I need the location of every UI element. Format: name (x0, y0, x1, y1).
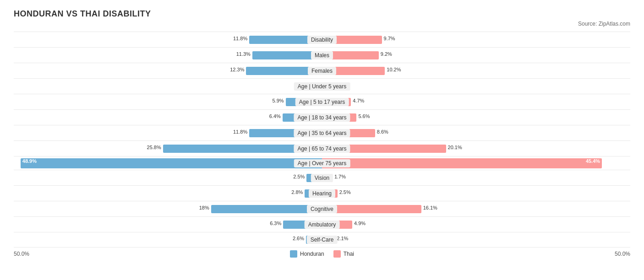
value-right: 10.2% (387, 67, 401, 72)
value-left: 25.8% (147, 145, 161, 150)
row-label: Age | 18 to 34 years (294, 113, 350, 122)
chart-row: 18% Cognitive 16.1% (14, 201, 630, 216)
chart-row: 12.3% Females 10.2% (14, 63, 630, 78)
chart-row: 11.8% Age | 35 to 64 years 8.6% (14, 125, 630, 140)
chart-row: 2.6% Self-Care 2.1% (14, 232, 630, 248)
chart-row: 5.9% Age | 5 to 17 years 4.7% (14, 94, 630, 109)
legend-color-blue (290, 250, 297, 258)
row-label: Cognitive (307, 205, 337, 213)
row-label: Age | 5 to 17 years (295, 98, 349, 106)
chart-row: 25.8% Age | 65 to 74 years 20.1% (14, 140, 630, 156)
chart-row: 48.9% Age | Over 75 years 45.4% (14, 156, 630, 170)
value-right: 2.5% (339, 189, 351, 195)
row-label: Age | Over 75 years (294, 159, 350, 167)
row-label: Females (308, 67, 336, 75)
value-left: 6.4% (269, 113, 281, 119)
value-right: 8.6% (377, 129, 388, 135)
value-right: 16.1% (423, 205, 437, 210)
value-left: 5.9% (273, 98, 284, 103)
legend-color-pink (333, 250, 341, 258)
legend-item-thai: Thai (333, 250, 354, 258)
value-left: 2.6% (293, 236, 304, 241)
chart-row: 11.8% Disability 9.7% (14, 32, 630, 47)
source-label: Source: ZipAtlas.com (14, 21, 630, 27)
value-right: 9.7% (384, 36, 395, 41)
value-left: 12.3% (230, 67, 244, 72)
legend-label: Thai (344, 251, 354, 257)
value-left: 6.3% (270, 221, 281, 226)
footer-right-value: 50.0% (607, 251, 630, 257)
row-label: Age | 65 to 74 years (294, 145, 350, 153)
row-label: Vision (311, 174, 333, 182)
value-left: 11.8% (233, 129, 247, 135)
value-right: 9.2% (381, 51, 392, 57)
row-label: Hearing (309, 189, 335, 198)
bar-right: 45.4% (322, 158, 602, 168)
legend-label: Honduran (300, 251, 324, 257)
value-left: 18% (199, 205, 209, 210)
value-right: 20.1% (448, 145, 462, 150)
chart-row: 6.4% Age | 18 to 34 years 5.6% (14, 109, 630, 125)
chart-row: 11.3% Males 9.2% (14, 47, 630, 63)
chart-container: 11.8% Disability 9.7% 11.3% Males 9.2% (14, 32, 630, 248)
legend-item-honduran: Honduran (290, 250, 324, 258)
chart-row: 6.3% Ambulatory 4.9% (14, 216, 630, 232)
legend: Honduran Thai (290, 250, 354, 258)
bar-left: 18% (211, 205, 322, 213)
value-left: 2.8% (291, 189, 303, 195)
row-label: Males (311, 51, 333, 59)
row-label: Age | 35 to 64 years (294, 129, 350, 137)
value-right: 1.7% (334, 174, 346, 179)
row-label: Ambulatory (305, 221, 340, 229)
value-left: 11.8% (233, 36, 247, 41)
bar-left: 48.9% (21, 158, 322, 168)
value-left: 2.5% (293, 174, 305, 179)
value-right: 45.4% (586, 158, 600, 164)
value-right: 4.9% (354, 221, 366, 226)
row-label: Self-Care (307, 236, 338, 244)
chart-row: 1.2% Age | Under 5 years 1.1% (14, 78, 630, 94)
chart-row: 2.8% Hearing 2.5% (14, 185, 630, 201)
chart-row: 2.5% Vision 1.7% (14, 170, 630, 185)
row-label: Disability (307, 36, 337, 44)
chart-title: HONDURAN VS THAI DISABILITY (14, 9, 630, 19)
footer-left-value: 50.0% (14, 251, 37, 257)
value-left: 48.9% (22, 158, 37, 164)
value-right: 4.7% (353, 98, 364, 103)
value-right: 2.1% (337, 236, 348, 241)
value-left: 11.3% (236, 51, 251, 57)
row-label: Age | Under 5 years (294, 82, 350, 91)
chart-footer: 50.0% Honduran Thai 50.0% (14, 250, 630, 258)
value-right: 5.6% (358, 113, 370, 119)
